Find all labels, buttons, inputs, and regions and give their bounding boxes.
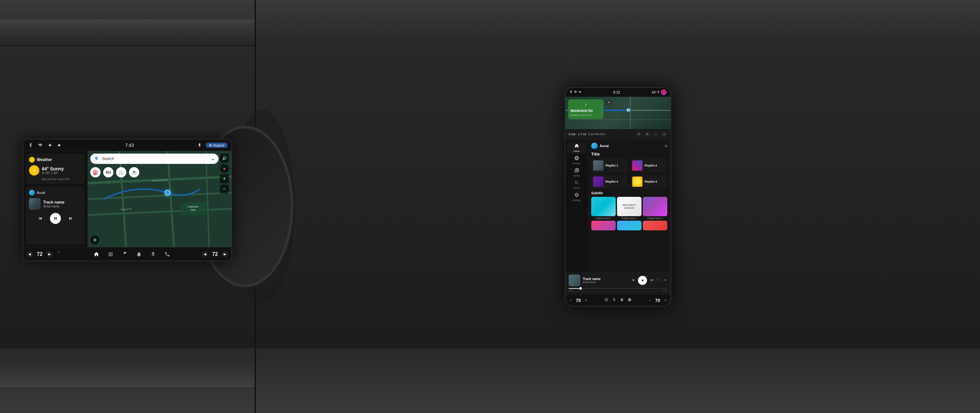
progress-fill	[569, 288, 581, 289]
phone-temp-left-value: 70	[574, 298, 582, 303]
subtitle-item-2[interactable]: ABSTRACTDESIGN Playlist name 2	[617, 197, 641, 219]
np-previous-button[interactable]	[631, 278, 635, 283]
compass-button[interactable]: ◆	[220, 164, 229, 173]
fan-button[interactable]	[120, 250, 129, 259]
np-play-button[interactable]	[638, 276, 647, 285]
subtitle-item-5[interactable]	[617, 221, 641, 230]
phone-brightness-icon	[578, 90, 582, 94]
subtitle-label: Subtitle	[591, 191, 667, 195]
app-name: Aural	[600, 144, 609, 148]
voice-button[interactable]	[149, 250, 158, 259]
temp-decrease-right[interactable]: ◀	[202, 251, 208, 257]
subtitle-item-1[interactable]: Playlist name 1	[591, 197, 616, 219]
nav-layers-icon[interactable]: ⊞	[644, 131, 651, 137]
phone-temp-left-plus[interactable]: +	[584, 298, 589, 303]
left-temp-value: 72	[35, 251, 45, 257]
zoom-out-button[interactable]: −	[220, 185, 229, 194]
temp-increase-left[interactable]: ▶	[46, 251, 53, 257]
brightness-icon[interactable]	[46, 142, 54, 149]
current-time: 0:24	[569, 289, 573, 292]
map-settings-button[interactable]: ⚙	[90, 236, 99, 245]
playlist-item-1[interactable]: Playlist 1	[591, 158, 628, 172]
playlist-item-3[interactable]: Playlist 3	[591, 175, 628, 189]
nav-close-button[interactable]: ✕	[606, 99, 611, 105]
phone-notification-button[interactable]	[620, 298, 624, 303]
sidebar-item-home[interactable]: Home	[567, 142, 586, 153]
phone-button[interactable]	[163, 250, 172, 259]
gas-station-button[interactable]: ⛽	[90, 167, 100, 177]
user-badge[interactable]: August	[206, 143, 228, 148]
svg-text:Charleston: Charleston	[188, 206, 199, 208]
album-art	[29, 198, 41, 210]
svg-text:Park: Park	[191, 209, 196, 211]
sidebar-item-settings[interactable]: Settings	[567, 191, 586, 203]
nav-search-icon[interactable]: ⌕	[652, 131, 659, 137]
phone-temp-right-minus[interactable]: −	[648, 298, 652, 303]
coffee-button[interactable]: ☕	[129, 167, 139, 177]
nav-green-card[interactable]: ↑ Middlefield Rd toward Lowell Ave	[568, 99, 603, 119]
pause-button[interactable]	[50, 213, 61, 224]
nav-settings-icon[interactable]: ⚙	[636, 131, 642, 137]
apps-button[interactable]	[106, 250, 115, 259]
np-next-button[interactable]	[649, 278, 654, 283]
car-map[interactable]: Charleston Park Amphitheatre Pkwy Charle…	[88, 151, 231, 247]
phone-mic-button[interactable]	[612, 298, 616, 303]
map-search-bar[interactable]: Search ▲	[90, 153, 219, 164]
subtitle-playlists-grid-2	[591, 221, 667, 230]
fan-indicator	[56, 251, 62, 257]
temp-increase-right[interactable]: ▶	[222, 251, 228, 257]
car-body: Weather ☀ 64° Sunny H 78° L 52°	[23, 151, 231, 247]
nav-location-icon[interactable]: ◎	[661, 131, 667, 137]
music-card: Aural Track name Artist name	[26, 187, 85, 245]
playlist-icon[interactable]: ≡	[665, 143, 667, 148]
next-button[interactable]	[66, 214, 75, 223]
library-icon	[574, 168, 579, 174]
volume-map-button[interactable]: 🔊	[220, 153, 229, 163]
sidebar-item-browse[interactable]: Browse	[567, 154, 586, 166]
progress-bar[interactable]	[569, 288, 667, 289]
phone-status-bar: 8:32 64° F	[565, 88, 671, 97]
restaurant-button[interactable]: 🍽	[103, 167, 113, 177]
playlist-item-2[interactable]: Playlist 2	[630, 158, 667, 172]
subtitle-item-3[interactable]: Playlist name 3	[643, 197, 667, 219]
zoom-in-button[interactable]: +	[220, 174, 229, 183]
volume-icon[interactable]	[56, 142, 63, 149]
playlist-2-name: Playlist 2	[644, 164, 657, 167]
sidebar-item-search[interactable]: Search	[567, 179, 586, 190]
subtitle-playlists-grid: Playlist name 1 ABSTRACTDESIGN Playlist …	[591, 197, 667, 219]
total-time: 3:32	[663, 289, 667, 292]
phone-temp-right-value: 70	[654, 298, 662, 303]
shopping-button[interactable]: 🛒	[116, 167, 126, 177]
signal-icon	[37, 142, 44, 149]
sidebar-item-library[interactable]: Library	[567, 166, 586, 178]
phone-time: 8:32	[582, 90, 652, 94]
sidebar-settings-label: Settings	[573, 199, 581, 201]
temp-decrease-left[interactable]: ◀	[26, 251, 33, 257]
previous-button[interactable]	[36, 214, 45, 223]
sidebar-library-label: Library	[573, 175, 580, 177]
aural-logo	[29, 190, 35, 196]
subtitle-art-1	[591, 197, 616, 216]
weather-card[interactable]: Weather ☀ 64° Sunny H 78° L 52°	[26, 153, 85, 184]
home-button[interactable]	[92, 250, 101, 259]
phone-nav-info-bar: 5 min · 1.7 mi 5:24 PM PDT ⚙ ⊞ ⌕ ◎	[565, 129, 671, 139]
mic-icon[interactable]	[196, 142, 203, 149]
home-icon	[574, 143, 579, 149]
phone-now-playing-bar: Track name Artist name	[565, 272, 671, 294]
subtitle-item-6[interactable]	[643, 221, 667, 230]
now-playing-art	[569, 274, 580, 286]
tap-info: Tap card for more info	[29, 177, 81, 181]
phone-settings-button[interactable]	[627, 298, 632, 303]
now-playing-artist: Artist name	[583, 281, 628, 284]
nav-street: Middlefield Rd	[571, 109, 601, 113]
np-favorite-button[interactable]: ♡	[657, 278, 660, 283]
playlist-item-4[interactable]: Playlist 4	[630, 175, 667, 189]
subtitle-item-4[interactable]	[591, 221, 616, 230]
notification-button[interactable]	[134, 250, 143, 259]
phone-apps-button[interactable]	[604, 298, 609, 303]
playlist-2-thumb	[632, 160, 643, 171]
np-expand-button[interactable]	[663, 278, 667, 283]
phone-temp-left-minus[interactable]: −	[568, 298, 573, 303]
phone-signal-icon	[574, 90, 577, 94]
phone-temp-right-plus[interactable]: +	[663, 298, 668, 303]
